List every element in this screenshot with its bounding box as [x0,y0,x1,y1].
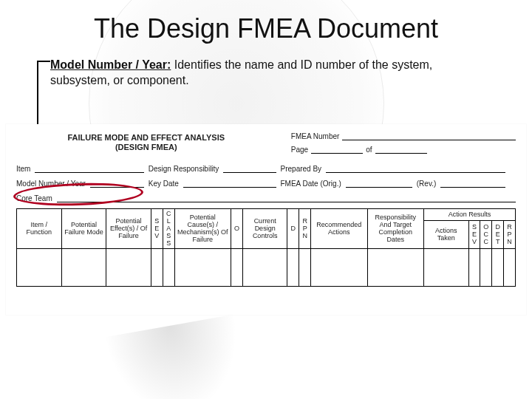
col-ar-rpn: R P N [504,221,516,249]
slide-title: The Design FMEA Document [0,13,532,44]
col-ar-sev: S E V [468,221,480,249]
col-potential-causes: Potential Cause(s) / Mechanism(s) Of Fai… [174,209,231,249]
blank-page-from [311,145,363,154]
col-d: D [287,209,299,249]
blank-key-date [183,179,276,188]
label-prepared-by: Prepared By [281,165,322,173]
col-ar-det: D E T [492,221,504,249]
col-recommended-actions: Recommended Actions [311,209,367,249]
blank-model-number-year [90,179,144,188]
label-model-number-year: Model Number / Year [16,180,86,188]
fmea-table: Item / Function Potential Failure Mode P… [16,208,516,287]
blank-rev [440,179,505,188]
col-action-results: Action Results [423,209,515,221]
label-rev: (Rev.) [417,180,436,188]
slide: The Design FMEA Document Model Number / … [0,0,532,399]
blank-item [35,164,143,173]
label-fmea-number: FMEA Number [291,132,340,140]
blank-fmea-date [346,179,412,188]
label-design-responsibility: Design Responsibility [149,165,219,173]
col-rpn: R P N [299,209,311,249]
label-page: Page [291,146,308,154]
label-of: of [366,146,372,154]
form-heading: FAILURE MODE AND EFFECT ANALYSIS (DESIGN… [16,132,276,158]
col-responsibility-target: Responsibility And Target Completion Dat… [367,209,423,249]
col-sev: S E V [151,209,163,249]
col-ar-occ: O C C [480,221,492,249]
callout-line [37,61,50,62]
label-fmea-date: FMEA Date (Orig.) [281,180,341,188]
form-heading-line1: FAILURE MODE AND EFFECT ANALYSIS [16,133,276,143]
blank-page-to [375,145,427,154]
col-potential-failure-mode: Potential Failure Mode [61,209,106,249]
form-heading-line2: (DESIGN FMEA) [16,143,276,152]
blank-design-responsibility [223,164,276,173]
col-current-design-controls: Current Design Controls [242,209,287,249]
label-item: Item [16,165,30,173]
col-potential-effects: Potential Effect(s) / Of Failure [106,209,151,249]
field-description-lead: Model Number / Year: [50,58,171,71]
field-description: Model Number / Year: Identifies the name… [50,58,473,89]
fmea-form: FAILURE MODE AND EFFECT ANALYSIS (DESIGN… [6,124,526,315]
col-actions-taken: Actions Taken [423,221,468,249]
table-row [17,249,516,287]
label-key-date: Key Date [149,180,179,188]
blank-prepared-by [326,164,505,173]
col-item-function: Item / Function [17,209,62,249]
col-o: O [231,209,243,249]
label-core-team: Core Team [16,194,52,202]
blank-core-team [57,194,516,202]
blank-fmea-number [342,132,516,140]
col-class: C L A S S [163,209,174,249]
